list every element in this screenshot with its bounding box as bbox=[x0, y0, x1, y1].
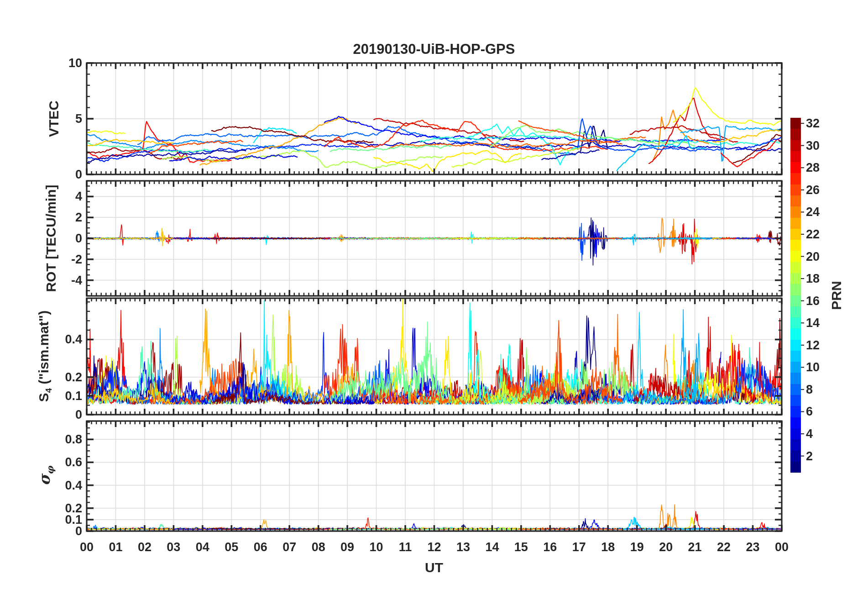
colorbar-tick-label: 32 bbox=[806, 116, 838, 131]
colorbar-tick-label: 30 bbox=[806, 138, 838, 153]
x-tick-label: 00 bbox=[763, 540, 800, 554]
y-tick-label: 10 bbox=[24, 56, 82, 70]
chart-canvas bbox=[0, 0, 868, 590]
colorbar-tick-label: 24 bbox=[806, 205, 838, 219]
y-tick-label: 4 bbox=[24, 189, 82, 204]
colorbar-tick-label: 26 bbox=[806, 183, 838, 197]
y-tick-label: 0 bbox=[24, 167, 82, 182]
gps-scintillation-figure: 20190130-UiB-HOP-GPS VTEC ROT [TECU/min]… bbox=[0, 0, 868, 590]
y-tick-label: 5 bbox=[24, 111, 82, 126]
y-tick-label: 0 bbox=[24, 231, 82, 246]
colorbar-tick-label: 20 bbox=[806, 249, 838, 264]
colorbar-tick-label: 14 bbox=[806, 316, 838, 330]
colorbar-tick-label: 12 bbox=[806, 338, 838, 353]
y-tick-label: -4 bbox=[24, 273, 82, 288]
colorbar-tick-label: 4 bbox=[806, 427, 838, 441]
colorbar-tick-label: 22 bbox=[806, 227, 838, 242]
colorbar-tick-label: 6 bbox=[806, 404, 838, 419]
y-tick-label: -2 bbox=[24, 252, 82, 267]
colorbar-tick-label: 16 bbox=[806, 294, 838, 308]
y-tick-label: 0.4 bbox=[24, 478, 82, 493]
colorbar-tick-label: 18 bbox=[806, 271, 838, 286]
y-tick-label: 0.2 bbox=[24, 501, 82, 516]
xlabel-ut: UT bbox=[425, 560, 443, 575]
colorbar-tick-label: 28 bbox=[806, 160, 838, 175]
colorbar bbox=[790, 118, 801, 473]
y-tick-label: 0.6 bbox=[24, 455, 82, 469]
chart-title: 20190130-UiB-HOP-GPS bbox=[353, 41, 515, 58]
y-tick-label: 0 bbox=[24, 407, 82, 422]
colorbar-tick-label: 8 bbox=[806, 382, 838, 397]
colorbar-tick-label: 2 bbox=[806, 449, 838, 464]
y-tick-label: 0.8 bbox=[24, 432, 82, 447]
y-tick-label: 0.4 bbox=[24, 332, 82, 347]
y-tick-label: 0.1 bbox=[24, 389, 82, 403]
y-tick-label: 2 bbox=[24, 210, 82, 225]
y-tick-label: 0.2 bbox=[24, 370, 82, 385]
colorbar-tick-label: 10 bbox=[806, 360, 838, 374]
